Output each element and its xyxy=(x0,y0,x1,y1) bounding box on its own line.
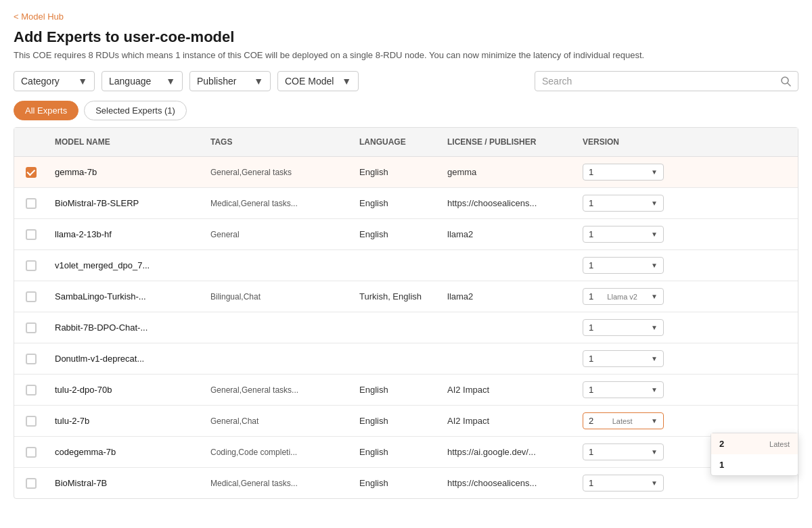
row-language: Turkish, English xyxy=(353,285,441,308)
row-publisher xyxy=(441,321,576,335)
row-checkbox[interactable] xyxy=(26,229,37,240)
row-publisher: AI2 Impact xyxy=(441,409,576,433)
row-checkbox[interactable] xyxy=(26,291,37,302)
row-publisher xyxy=(441,259,576,272)
version-chevron-icon: ▼ xyxy=(651,479,658,487)
row-model-name: tulu-2-dpo-70b xyxy=(48,378,204,402)
row-checkbox[interactable] xyxy=(26,167,37,178)
subtitle: This COE requires 8 RDUs which means 1 i… xyxy=(14,50,798,60)
publisher-label: Publisher xyxy=(197,76,236,87)
version-select[interactable]: 1 ▼ xyxy=(583,319,664,336)
row-version-cell: 1 Llama v2 ▼ xyxy=(576,281,671,312)
tab-all-experts[interactable]: All Experts xyxy=(14,101,78,120)
row-version-cell: 1 ▼ xyxy=(576,188,671,218)
coe-model-label: COE Model xyxy=(285,76,334,87)
th-version: Version xyxy=(576,133,671,151)
row-checkbox-cell xyxy=(14,191,48,216)
table-row: gemma-7b General,General tasks English g… xyxy=(14,157,798,188)
version-chevron-icon: ▼ xyxy=(651,231,658,238)
row-checkbox-cell xyxy=(14,254,48,278)
row-checkbox[interactable] xyxy=(26,260,37,271)
row-language xyxy=(353,259,441,272)
row-model-name: Rabbit-7B-DPO-Chat-... xyxy=(48,316,204,339)
category-filter[interactable]: Category ▼ xyxy=(14,71,95,91)
row-tags: Coding,Code completi... xyxy=(204,441,353,464)
tab-selected-experts[interactable]: Selected Experts (1) xyxy=(84,101,187,120)
row-model-name: codegemma-7b xyxy=(48,440,204,464)
version-select[interactable]: 2 Latest ▼ xyxy=(583,412,664,429)
row-version-cell: 1 ▼ xyxy=(576,437,671,467)
row-checkbox[interactable] xyxy=(26,322,37,333)
search-input[interactable] xyxy=(542,76,780,87)
row-checkbox[interactable] xyxy=(26,354,37,364)
search-box xyxy=(535,71,798,91)
row-version-cell: 1 ▼ xyxy=(576,375,671,405)
row-publisher: https://choosealicens... xyxy=(441,191,576,215)
row-checkbox[interactable] xyxy=(26,447,37,458)
row-checkbox-cell xyxy=(14,440,48,464)
language-filter[interactable]: Language ▼ xyxy=(102,71,183,91)
svg-line-1 xyxy=(788,83,790,86)
version-select[interactable]: 1 ▼ xyxy=(583,226,664,243)
row-language: English xyxy=(353,440,441,464)
row-model-name: v1olet_merged_dpo_7... xyxy=(48,254,204,277)
version-select[interactable]: 1 ▼ xyxy=(583,164,664,181)
version-select[interactable]: 1 ▼ xyxy=(583,475,664,491)
version-select[interactable]: 1 Llama v2 ▼ xyxy=(583,288,664,305)
row-publisher xyxy=(441,352,576,366)
table-row: SambaLingo-Turkish-... Bilingual,Chat Tu… xyxy=(14,281,798,312)
table-row: llama-2-13b-hf General English llama2 1 … xyxy=(14,219,798,250)
row-checkbox-cell xyxy=(14,471,48,496)
row-version-cell: 1 ▼ xyxy=(576,250,671,281)
row-language xyxy=(353,321,441,335)
version-chevron-icon: ▼ xyxy=(651,448,658,456)
row-checkbox-cell xyxy=(14,347,48,371)
row-tags: General xyxy=(204,223,353,246)
version-number: 1 xyxy=(589,354,593,364)
publisher-chevron-icon: ▼ xyxy=(254,76,263,87)
row-tags: Bilingual,Chat xyxy=(204,285,353,308)
dropdown-version-num: 1 xyxy=(719,460,724,470)
dropdown-version-num: 2 xyxy=(719,439,724,449)
publisher-filter[interactable]: Publisher ▼ xyxy=(189,71,271,91)
version-chevron-icon: ▼ xyxy=(651,355,658,362)
row-checkbox[interactable] xyxy=(26,385,37,395)
version-chevron-icon: ▼ xyxy=(651,386,658,393)
version-select[interactable]: 1 ▼ xyxy=(583,443,664,460)
row-checkbox[interactable] xyxy=(26,416,37,427)
row-model-name: gemma-7b xyxy=(48,160,204,184)
page-title: Add Experts to user-coe-model xyxy=(14,28,798,46)
row-model-name: tulu-2-7b xyxy=(48,409,204,433)
row-tags: Medical,General tasks... xyxy=(204,472,353,495)
row-checkbox[interactable] xyxy=(26,478,37,489)
language-chevron-icon: ▼ xyxy=(166,76,175,87)
version-select[interactable]: 1 ▼ xyxy=(583,350,664,367)
table-row: Rabbit-7B-DPO-Chat-... 1 ▼ xyxy=(14,312,798,343)
dropdown-item[interactable]: 1 xyxy=(711,454,798,475)
row-publisher: llama2 xyxy=(441,222,576,246)
version-select[interactable]: 1 ▼ xyxy=(583,381,664,398)
table-row: v1olet_merged_dpo_7... 1 ▼ xyxy=(14,250,798,281)
language-label: Language xyxy=(109,76,151,87)
version-chevron-icon: ▼ xyxy=(651,417,658,425)
table-row: BioMistral-7B Medical,General tasks... E… xyxy=(14,468,798,498)
version-number: 1 xyxy=(589,385,593,395)
coe-model-filter[interactable]: COE Model ▼ xyxy=(277,71,359,91)
dropdown-item[interactable]: 2 Latest xyxy=(711,433,798,454)
page-wrapper: < Model Hub Add Experts to user-coe-mode… xyxy=(0,0,812,528)
row-version-cell: 2 Latest ▼ xyxy=(576,406,671,436)
version-number: 1 xyxy=(589,291,593,302)
th-tags: Tags xyxy=(204,133,353,151)
row-model-name: llama-2-13b-hf xyxy=(48,222,204,246)
experts-table: Model Name Tags Language License / Publi… xyxy=(14,127,798,499)
version-number: 1 xyxy=(589,198,593,208)
version-select[interactable]: 1 ▼ xyxy=(583,195,664,212)
table-body: gemma-7b General,General tasks English g… xyxy=(14,157,798,498)
row-publisher: https://choosealicens... xyxy=(441,471,576,495)
version-select[interactable]: 1 ▼ xyxy=(583,257,664,274)
back-link[interactable]: < Model Hub xyxy=(14,11,64,22)
version-number: 1 xyxy=(589,167,593,177)
row-checkbox-cell xyxy=(14,316,48,340)
row-checkbox[interactable] xyxy=(26,198,37,209)
row-checkbox-cell xyxy=(14,285,48,309)
